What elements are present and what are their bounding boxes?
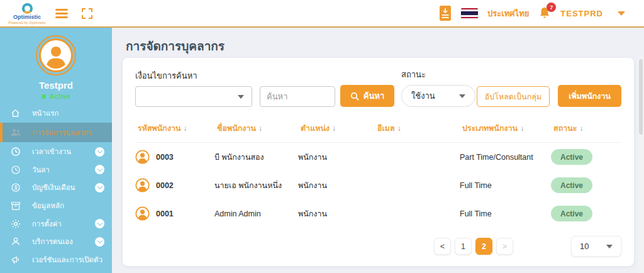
home-icon bbox=[9, 108, 21, 118]
dollar-icon: $ bbox=[9, 182, 21, 192]
chevron-down-icon bbox=[606, 245, 613, 248]
sidebar-item-attendance[interactable]: เวลาเข้างาน bbox=[0, 143, 112, 160]
clock-in-icon bbox=[9, 147, 21, 157]
thailand-flag-icon[interactable] bbox=[461, 8, 478, 19]
sort-icon: ↓ bbox=[258, 124, 262, 133]
table-row[interactable]: 0001 Admin Admin พนักงาน Full Time Activ… bbox=[135, 199, 621, 228]
employee-code: 0001 bbox=[156, 209, 174, 218]
people-icon bbox=[9, 128, 21, 137]
search-button[interactable]: ค้นหา bbox=[340, 85, 394, 107]
clock-icon bbox=[9, 165, 21, 175]
page-title: การจัดการบุคลากร bbox=[126, 36, 644, 55]
page-button-1[interactable]: 1 bbox=[455, 238, 472, 255]
search-icon bbox=[350, 92, 359, 101]
search-input[interactable] bbox=[260, 86, 335, 107]
expand-chevron-icon[interactable] bbox=[95, 219, 104, 228]
fullscreen-icon[interactable] bbox=[82, 8, 92, 19]
sidebar-item-label: หน้าแรก bbox=[32, 108, 58, 119]
sort-icon: ↓ bbox=[520, 124, 524, 133]
header-status[interactable]: สถานะ↓ bbox=[553, 122, 621, 135]
svg-text:$: $ bbox=[14, 184, 17, 191]
vertical-scrollbar[interactable] bbox=[638, 57, 644, 273]
status-label: สถานะ bbox=[401, 68, 475, 81]
status-badge: Active bbox=[551, 149, 592, 165]
document-download-icon[interactable] bbox=[439, 5, 452, 21]
profile-section: Testprd Active bbox=[0, 28, 112, 100]
bulk-upload-button[interactable]: อัปโหลดเป็นกลุ่ม bbox=[477, 86, 550, 107]
header-employee-code[interactable]: รหัสพนักงาน↓ bbox=[138, 122, 217, 135]
expand-chevron-icon[interactable] bbox=[95, 147, 104, 157]
page-button-2[interactable]: 2 bbox=[475, 238, 492, 255]
status-select-value: ใช้งาน bbox=[411, 89, 435, 103]
app-window: Optimistic Powered by Optimistic bbox=[0, 0, 644, 273]
logo-title: Optimistic bbox=[0, 14, 54, 21]
expand-chevron-icon[interactable] bbox=[95, 165, 104, 174]
profile-status-label: Active bbox=[49, 92, 70, 100]
status-select[interactable]: ใช้งาน bbox=[401, 85, 475, 107]
sidebar-item-home[interactable]: หน้าแรก bbox=[0, 105, 112, 122]
header-position[interactable]: ตำแหน่ง↓ bbox=[301, 122, 377, 135]
table-row[interactable]: 0003 บี พนักงานสอง พนักงาน Part Time/Con… bbox=[135, 143, 621, 171]
table-row[interactable]: 0002 นายเอ พนักงานหนึ่ง พนักงาน Full Tim… bbox=[135, 171, 621, 199]
sidebar-item-settings[interactable]: การตั้งค่า bbox=[0, 215, 112, 232]
user-menu[interactable]: TESTPRD bbox=[560, 9, 603, 18]
app-logo: Optimistic Powered by Optimistic bbox=[0, 2, 54, 25]
chevron-down-icon bbox=[238, 95, 244, 99]
sidebar-item-selfservice[interactable]: บริการตนเอง bbox=[0, 233, 112, 250]
sidebar-item-leave[interactable]: วันลา bbox=[0, 161, 112, 178]
chevron-down-icon[interactable] bbox=[618, 11, 625, 16]
search-criteria-select[interactable] bbox=[135, 86, 252, 107]
header-email[interactable]: อีเมล↓ bbox=[377, 122, 462, 135]
topbar-right: ประเทศไทย 7 TESTPRD bbox=[439, 5, 644, 21]
add-employee-button[interactable]: เพิ่มพนักงาน bbox=[558, 85, 621, 107]
header-employee-type[interactable]: ประเภทพนักงาน↓ bbox=[462, 122, 553, 135]
status-badge: Active bbox=[551, 177, 592, 193]
language-selector[interactable]: ประเทศไทย bbox=[487, 7, 529, 20]
status-dot-icon bbox=[42, 94, 46, 99]
sidebar-item-label: ข้อมูลหลัก bbox=[32, 200, 64, 211]
employee-position: พนักงาน bbox=[298, 151, 375, 164]
sort-icon: ↓ bbox=[397, 124, 401, 133]
employee-position: พนักงาน bbox=[298, 179, 375, 192]
status-badge: Active bbox=[551, 206, 592, 221]
sidebar-item-label: บริการตนเอง bbox=[32, 236, 73, 247]
sidebar-item-version[interactable]: เวอร์ชันและการเปิดตัว bbox=[0, 251, 112, 268]
filter-bar: เงื่อนไขการค้นหา ค้นหา สถานะ ใช้งาน bbox=[135, 68, 621, 107]
row-avatar-icon bbox=[135, 178, 150, 192]
row-avatar-icon bbox=[135, 150, 150, 164]
pagination: < 1 2 > 10 bbox=[135, 236, 621, 257]
employee-type: Full Time bbox=[460, 209, 551, 218]
employee-name: Admin Admin bbox=[214, 209, 298, 218]
notification-badge: 7 bbox=[547, 3, 556, 12]
action-buttons: อัปโหลดเป็นกลุ่ม เพิ่มพนักงาน bbox=[477, 85, 621, 107]
employee-position: พนักงาน bbox=[298, 208, 375, 220]
next-page-button[interactable]: > bbox=[496, 238, 513, 255]
profile-name: Testprd bbox=[0, 80, 112, 91]
employee-table: รหัสพนักงาน↓ ชื่อพนักงาน↓ ตำแหน่ง↓ อีเมล… bbox=[135, 122, 621, 228]
sidebar-item-label: เวอร์ชันและการเปิดตัว bbox=[32, 254, 103, 265]
sidebar-item-masterdata[interactable]: ข้อมูลหลัก bbox=[0, 198, 112, 214]
menu-toggle-icon[interactable] bbox=[55, 7, 68, 20]
topbar: Optimistic Powered by Optimistic bbox=[0, 0, 644, 28]
header-employee-name[interactable]: ชื่อพนักงาน↓ bbox=[217, 122, 301, 135]
page-size-select[interactable]: 10 bbox=[571, 236, 621, 257]
notifications-button[interactable]: 7 bbox=[538, 6, 551, 20]
sidebar-item-label: การตั้งค่า bbox=[32, 218, 62, 230]
scrollbar-thumb[interactable] bbox=[639, 59, 643, 135]
avatar[interactable] bbox=[36, 35, 76, 75]
expand-chevron-icon[interactable] bbox=[95, 237, 104, 247]
employee-code: 0003 bbox=[156, 153, 174, 162]
sidebar-menu: หน้าแรก การจัดการบุคลากร เวลาเข้างาน bbox=[0, 100, 112, 273]
sort-icon: ↓ bbox=[579, 124, 583, 133]
sidebar-item-label: บัญชีเงินเดือน bbox=[32, 182, 75, 193]
sidebar-item-personnel[interactable]: การจัดการบุคลากร bbox=[0, 123, 112, 142]
employee-code: 0002 bbox=[156, 181, 174, 190]
employee-name: บี พนักงานสอง bbox=[214, 151, 298, 164]
expand-chevron-icon[interactable] bbox=[95, 183, 104, 192]
prev-page-button[interactable]: < bbox=[434, 238, 451, 255]
sort-icon: ↓ bbox=[184, 124, 187, 133]
sidebar-item-payroll[interactable]: $ บัญชีเงินเดือน bbox=[0, 179, 112, 196]
profile-status: Active bbox=[0, 92, 112, 100]
logo-subtitle: Powered by Optimistic bbox=[0, 21, 54, 25]
archive-icon bbox=[9, 201, 21, 211]
